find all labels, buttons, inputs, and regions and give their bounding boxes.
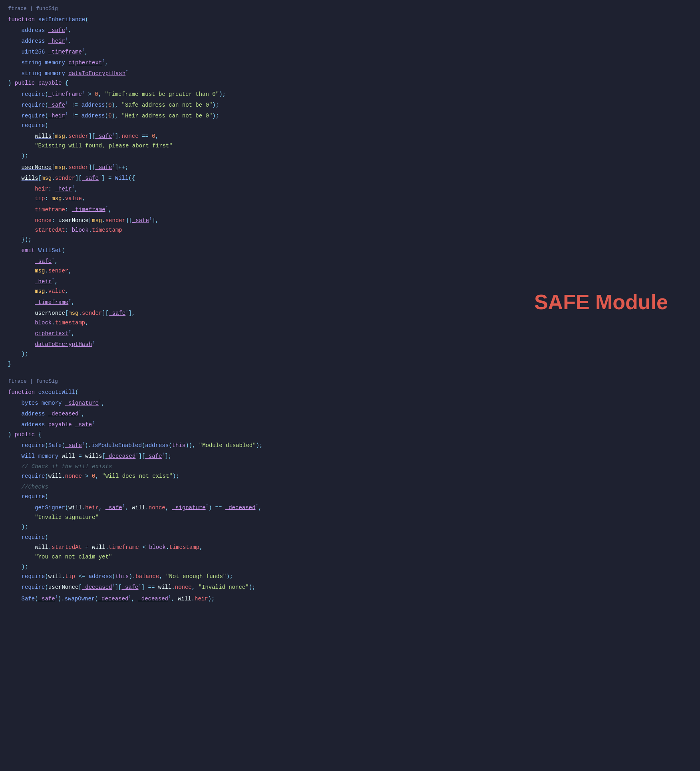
code-line: require( xyxy=(0,533,700,542)
code-line: userNonce[msg.sender][_safe↑], xyxy=(0,307,700,318)
code-line: address _deceased↑, xyxy=(0,408,700,419)
code-line: tip: msg.value, xyxy=(0,194,700,203)
code-line: require( xyxy=(0,492,700,501)
code-line: require(will.tip <= address(this).balanc… xyxy=(0,572,700,581)
code-line: string memory ciphertext↑, xyxy=(0,57,700,68)
code-line: ); xyxy=(0,522,700,532)
code-line: require(userNonce[_deceased↑][_safe↑] ==… xyxy=(0,581,700,592)
code-line: require(_safe↑ != address(0), "Safe addr… xyxy=(0,99,700,110)
code-line: uint256 _timeframe↑, xyxy=(0,46,700,57)
code-line: address _safe↑, xyxy=(0,24,700,35)
code-line: ciphertext↑, xyxy=(0,328,700,338)
code-line: _safe↑, xyxy=(0,255,700,266)
ftrace-header-2: ftrace | funcSig xyxy=(0,377,700,387)
code-line: function setInheritance( xyxy=(0,15,700,24)
code-line: msg.sender, xyxy=(0,266,700,276)
code-line: require(_timeframe↑ > 0, "Timeframe must… xyxy=(0,88,700,99)
code-line: emit WillSet( xyxy=(0,246,700,255)
code-line: } xyxy=(0,359,700,369)
code-line: block.timestamp, xyxy=(0,318,700,328)
code-line: will.startedAt + will.timeframe < block.… xyxy=(0,542,700,552)
code-line: "Existing will found, please abort first… xyxy=(0,141,700,151)
code-line: timeframe: _timeframe↑, xyxy=(0,204,700,215)
code-line: nonce: userNonce[msg.sender][_safe↑], xyxy=(0,215,700,225)
code-line: dataToEncryptHash↑ xyxy=(0,338,700,349)
code-line: Safe(_safe↑).swapOwner(_deceased↑, _dece… xyxy=(0,593,700,604)
code-line: heir: _heir↑, xyxy=(0,183,700,194)
code-line: Will memory will = wills[_deceased↑][_sa… xyxy=(0,450,700,461)
code-line: msg.value, xyxy=(0,286,700,296)
code-line: require(Safe(_safe↑).isModuleEnabled(add… xyxy=(0,439,700,450)
code-line: }); xyxy=(0,235,700,244)
ftrace-header-1: ftrace | funcSig xyxy=(0,4,700,14)
code-line: wills[msg.sender][_safe↑].nonce == 0, xyxy=(0,130,700,141)
code-line: require(will.nonce > 0, "Will does not e… xyxy=(0,471,700,481)
code-line: "You can not claim yet" xyxy=(0,552,700,562)
code-line: require( xyxy=(0,121,700,130)
code-line: ) public payable { xyxy=(0,78,700,88)
code-line: wills[msg.sender][_safe↑] = Will({ xyxy=(0,172,700,183)
code-line: bytes memory _signature↑, xyxy=(0,397,700,408)
code-line: _heir↑, xyxy=(0,276,700,286)
code-line: "Invalid signature" xyxy=(0,513,700,522)
code-line: string memory dataToEncryptHash↑ xyxy=(0,68,700,78)
code-line: address payable _safe↑ xyxy=(0,419,700,429)
code-line: ); xyxy=(0,151,700,161)
code-line: _timeframe↑, xyxy=(0,296,700,307)
code-line: getSigner(will.heir, _safe↑, will.nonce,… xyxy=(0,502,700,513)
code-line: ); xyxy=(0,349,700,359)
code-line: // Check if the will exists xyxy=(0,462,700,471)
code-line: userNonce[msg.sender][_safe↑]++; xyxy=(0,161,700,172)
code-line: address _heir↑, xyxy=(0,35,700,46)
code-line: require(_heir↑ != address(0), "Heir addr… xyxy=(0,110,700,121)
code-line: startedAt: block.timestamp xyxy=(0,225,700,235)
code-line: function executeWill( xyxy=(0,387,700,397)
code-line: ) public { xyxy=(0,430,700,439)
code-line: //Checks xyxy=(0,482,700,492)
code-line: ); xyxy=(0,562,700,572)
